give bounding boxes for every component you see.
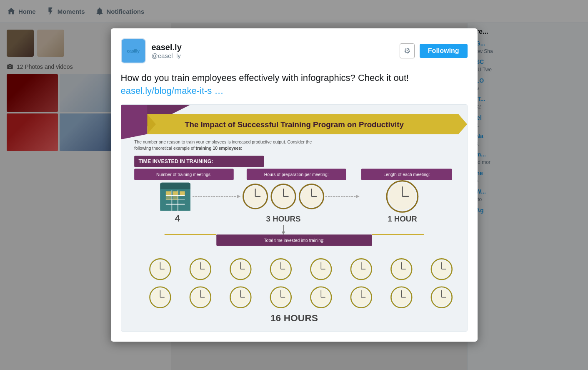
- profile-header: easilly easel.ly @easel_ly ⚙ Following: [121, 38, 468, 63]
- svg-text:The Impact of Successful Train: The Impact of Successful Training Progra…: [185, 120, 404, 128]
- svg-rect-25: [173, 191, 178, 195]
- modal-dialog: easilly easel.ly @easel_ly ⚙ Following H…: [111, 28, 478, 342]
- infographic-container[interactable]: The Impact of Successful Training Progra…: [121, 104, 468, 332]
- svg-text:1 HOUR: 1 HOUR: [388, 214, 417, 223]
- profile-info: easel.ly @easel_ly: [152, 42, 400, 59]
- svg-marker-5: [121, 105, 147, 139]
- svg-text:Hours of preparation per meeti: Hours of preparation per meeting:: [264, 172, 328, 177]
- profile-actions: ⚙ Following: [400, 43, 468, 58]
- tweet-text-before-link: How do you train employees effectively w…: [121, 73, 409, 83]
- infographic-svg: The Impact of Successful Training Progra…: [121, 105, 467, 330]
- svg-text:Total time invested into train: Total time invested into training:: [264, 238, 324, 242]
- gear-button[interactable]: ⚙: [400, 43, 415, 58]
- svg-rect-27: [165, 196, 170, 199]
- modal-overlay[interactable]: easilly easel.ly @easel_ly ⚙ Following H…: [0, 0, 588, 370]
- svg-rect-24: [165, 191, 170, 195]
- profile-handle: @easel_ly: [152, 52, 400, 59]
- svg-text:3 HOURS: 3 HOURS: [266, 214, 300, 223]
- svg-text:following theoretical example : following theoretical example of trainin…: [134, 146, 243, 150]
- svg-rect-28: [173, 196, 178, 199]
- tweet-text: How do you train employees effectively w…: [121, 72, 468, 98]
- svg-text:16 HOURS: 16 HOURS: [270, 312, 318, 323]
- svg-text:4: 4: [175, 213, 180, 224]
- profile-avatar: easilly: [121, 38, 146, 63]
- svg-text:Length of each meeting:: Length of each meeting:: [383, 172, 430, 177]
- tweet-link[interactable]: easel.ly/blog/make-it-s: [121, 86, 212, 96]
- svg-text:TIME INVESTED IN TRAINING:: TIME INVESTED IN TRAINING:: [138, 159, 213, 164]
- following-button[interactable]: Following: [420, 44, 468, 58]
- profile-name: easel.ly: [152, 42, 400, 52]
- svg-text:The number one reason to train: The number one reason to train your empl…: [134, 140, 312, 144]
- tweet-text-ellipsis: …: [215, 86, 224, 96]
- avatar-logo-text: easilly: [127, 48, 139, 53]
- svg-rect-26: [180, 191, 185, 195]
- gear-icon: ⚙: [404, 46, 410, 55]
- svg-text:Number of training meetings:: Number of training meetings:: [156, 172, 211, 177]
